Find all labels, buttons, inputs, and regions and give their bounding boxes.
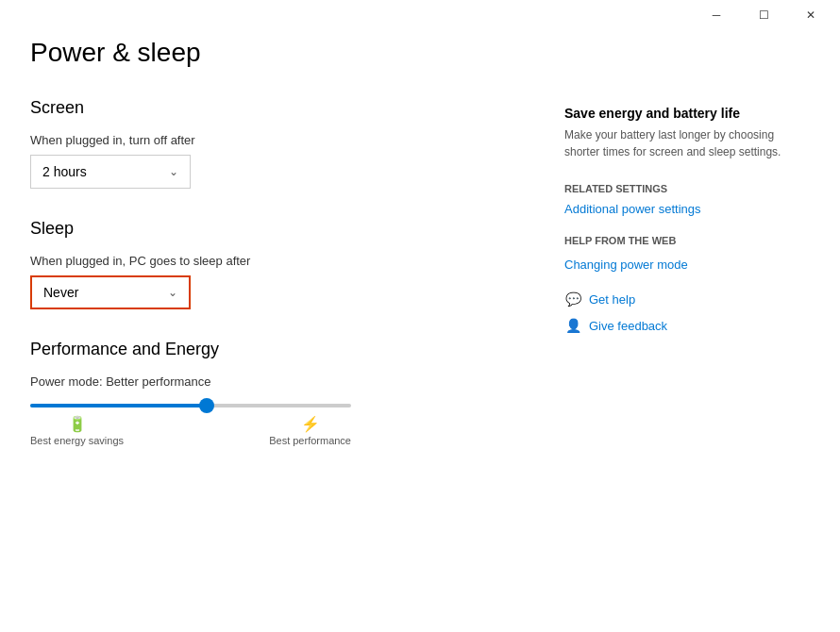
power-mode-label: Power mode: Better performance bbox=[30, 374, 508, 389]
give-feedback-link[interactable]: 👤 Give feedback bbox=[564, 317, 810, 334]
sleep-timeout-dropdown[interactable]: Never ⌄ bbox=[30, 275, 191, 309]
sleep-dropdown-label: When plugged in, PC goes to sleep after bbox=[30, 254, 508, 268]
get-help-label: Get help bbox=[589, 292, 635, 307]
screen-timeout-dropdown[interactable]: 2 hours ⌄ bbox=[30, 155, 191, 189]
battery-icon: 🔋 bbox=[68, 415, 87, 433]
info-title: Save energy and battery life bbox=[564, 106, 810, 121]
sleep-section: Sleep When plugged in, PC goes to sleep … bbox=[30, 219, 508, 309]
slider-right-text: Best performance bbox=[269, 435, 351, 446]
slider-labels: 🔋 Best energy savings ⚡ Best performance bbox=[30, 415, 351, 446]
slider-left-text: Best energy savings bbox=[30, 435, 124, 446]
minimize-button[interactable]: ─ bbox=[695, 0, 738, 30]
performance-section-title: Performance and Energy bbox=[30, 340, 508, 359]
slider-section: 🔋 Best energy savings ⚡ Best performance bbox=[30, 404, 508, 446]
close-button[interactable]: ✕ bbox=[789, 0, 832, 30]
give-feedback-icon: 👤 bbox=[564, 317, 581, 334]
sleep-dropdown-arrow: ⌄ bbox=[168, 286, 177, 299]
sleep-section-title: Sleep bbox=[30, 219, 508, 239]
help-title: Help from the web bbox=[564, 235, 810, 246]
related-settings-title: Related settings bbox=[564, 183, 810, 194]
slider-left-label: 🔋 Best energy savings bbox=[30, 415, 124, 446]
slider-fill bbox=[30, 404, 207, 407]
slider-track[interactable] bbox=[30, 404, 351, 407]
slider-right-label: ⚡ Best performance bbox=[269, 415, 351, 446]
give-feedback-label: Give feedback bbox=[589, 319, 667, 333]
page-title: Power & sleep bbox=[30, 38, 508, 68]
additional-power-settings-link[interactable]: Additional power settings bbox=[564, 202, 810, 216]
power-slider-container bbox=[30, 404, 351, 407]
screen-dropdown-label: When plugged in, turn off after bbox=[30, 133, 508, 147]
maximize-button[interactable]: ☐ bbox=[742, 0, 785, 30]
screen-section-title: Screen bbox=[30, 98, 508, 118]
slider-thumb[interactable] bbox=[199, 398, 214, 413]
info-desc: Make your battery last longer by choosin… bbox=[564, 126, 810, 160]
screen-dropdown-value: 2 hours bbox=[42, 164, 87, 179]
content-wrapper: Power & sleep Screen When plugged in, tu… bbox=[0, 30, 840, 632]
changing-power-mode-link[interactable]: Changing power mode bbox=[564, 258, 810, 272]
get-help-icon: 💬 bbox=[564, 291, 581, 308]
right-panel: Save energy and battery life Make your b… bbox=[546, 30, 810, 632]
screen-section: Screen When plugged in, turn off after 2… bbox=[30, 98, 508, 189]
screen-dropdown-arrow: ⌄ bbox=[169, 165, 178, 178]
get-help-link[interactable]: 💬 Get help bbox=[564, 291, 810, 308]
performance-section: Performance and Energy Power mode: Bette… bbox=[30, 340, 508, 446]
lightning-icon: ⚡ bbox=[301, 415, 320, 433]
sleep-dropdown-value: Never bbox=[43, 285, 78, 300]
left-panel: Power & sleep Screen When plugged in, tu… bbox=[30, 30, 546, 632]
title-bar: ─ ☐ ✕ bbox=[0, 0, 840, 30]
